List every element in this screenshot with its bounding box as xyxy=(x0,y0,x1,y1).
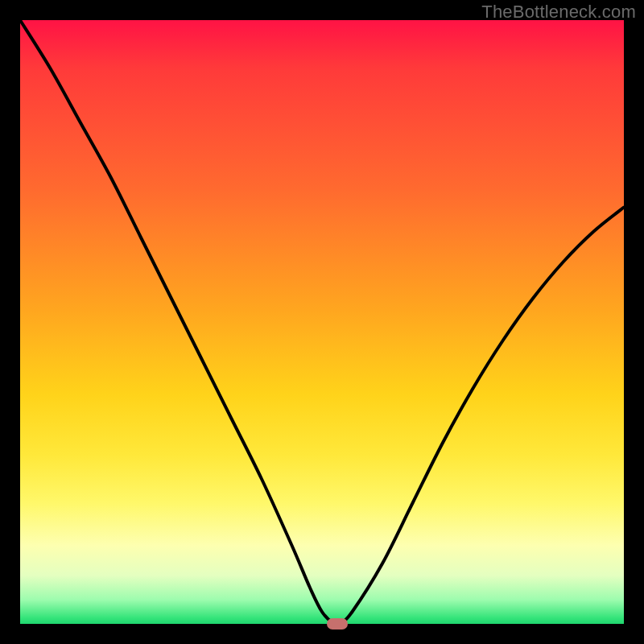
plot-area xyxy=(20,20,624,624)
optimal-point-marker xyxy=(327,618,348,630)
chart-frame: TheBottleneck.com xyxy=(0,0,644,644)
watermark-text: TheBottleneck.com xyxy=(481,2,636,23)
bottleneck-curve xyxy=(20,20,624,624)
